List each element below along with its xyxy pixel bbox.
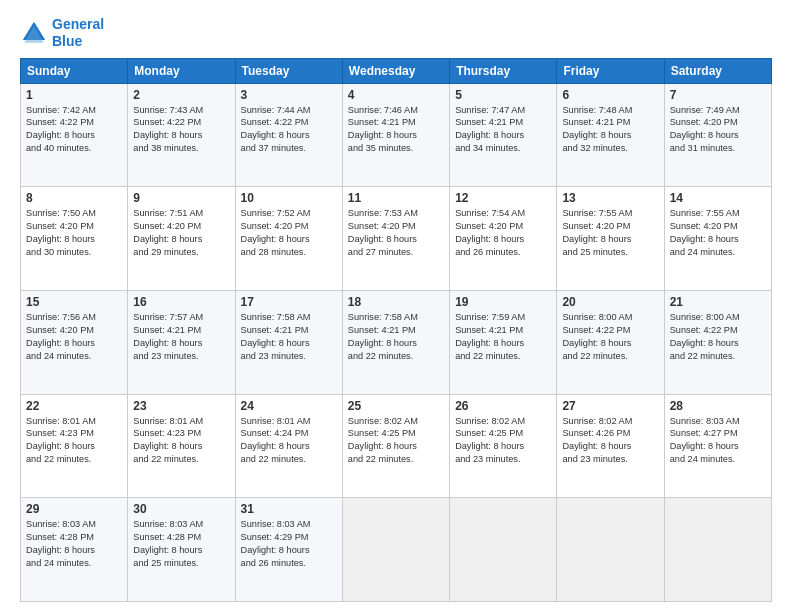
day-number: 18 bbox=[348, 295, 444, 309]
day-cell: 30Sunrise: 8:03 AM Sunset: 4:28 PM Dayli… bbox=[128, 498, 235, 602]
day-number: 11 bbox=[348, 191, 444, 205]
day-info: Sunrise: 7:49 AM Sunset: 4:20 PM Dayligh… bbox=[670, 104, 766, 156]
day-number: 15 bbox=[26, 295, 122, 309]
day-cell: 8Sunrise: 7:50 AM Sunset: 4:20 PM Daylig… bbox=[21, 187, 128, 291]
day-info: Sunrise: 7:47 AM Sunset: 4:21 PM Dayligh… bbox=[455, 104, 551, 156]
day-info: Sunrise: 8:03 AM Sunset: 4:28 PM Dayligh… bbox=[133, 518, 229, 570]
day-cell: 13Sunrise: 7:55 AM Sunset: 4:20 PM Dayli… bbox=[557, 187, 664, 291]
day-info: Sunrise: 7:43 AM Sunset: 4:22 PM Dayligh… bbox=[133, 104, 229, 156]
day-info: Sunrise: 8:02 AM Sunset: 4:25 PM Dayligh… bbox=[348, 415, 444, 467]
day-info: Sunrise: 7:56 AM Sunset: 4:20 PM Dayligh… bbox=[26, 311, 122, 363]
day-number: 31 bbox=[241, 502, 337, 516]
day-number: 27 bbox=[562, 399, 658, 413]
week-row-2: 8Sunrise: 7:50 AM Sunset: 4:20 PM Daylig… bbox=[21, 187, 772, 291]
day-number: 10 bbox=[241, 191, 337, 205]
col-header-friday: Friday bbox=[557, 58, 664, 83]
day-cell: 18Sunrise: 7:58 AM Sunset: 4:21 PM Dayli… bbox=[342, 290, 449, 394]
day-cell bbox=[342, 498, 449, 602]
day-number: 12 bbox=[455, 191, 551, 205]
day-info: Sunrise: 8:01 AM Sunset: 4:23 PM Dayligh… bbox=[133, 415, 229, 467]
day-info: Sunrise: 7:55 AM Sunset: 4:20 PM Dayligh… bbox=[562, 207, 658, 259]
day-info: Sunrise: 7:53 AM Sunset: 4:20 PM Dayligh… bbox=[348, 207, 444, 259]
day-number: 21 bbox=[670, 295, 766, 309]
day-number: 17 bbox=[241, 295, 337, 309]
week-row-4: 22Sunrise: 8:01 AM Sunset: 4:23 PM Dayli… bbox=[21, 394, 772, 498]
day-cell: 7Sunrise: 7:49 AM Sunset: 4:20 PM Daylig… bbox=[664, 83, 771, 187]
day-info: Sunrise: 7:52 AM Sunset: 4:20 PM Dayligh… bbox=[241, 207, 337, 259]
page: General Blue SundayMondayTuesdayWednesda… bbox=[0, 0, 792, 612]
day-number: 29 bbox=[26, 502, 122, 516]
day-info: Sunrise: 8:00 AM Sunset: 4:22 PM Dayligh… bbox=[670, 311, 766, 363]
day-info: Sunrise: 7:51 AM Sunset: 4:20 PM Dayligh… bbox=[133, 207, 229, 259]
day-cell: 23Sunrise: 8:01 AM Sunset: 4:23 PM Dayli… bbox=[128, 394, 235, 498]
day-number: 5 bbox=[455, 88, 551, 102]
week-row-5: 29Sunrise: 8:03 AM Sunset: 4:28 PM Dayli… bbox=[21, 498, 772, 602]
day-number: 8 bbox=[26, 191, 122, 205]
week-row-1: 1Sunrise: 7:42 AM Sunset: 4:22 PM Daylig… bbox=[21, 83, 772, 187]
day-info: Sunrise: 7:50 AM Sunset: 4:20 PM Dayligh… bbox=[26, 207, 122, 259]
day-number: 2 bbox=[133, 88, 229, 102]
day-number: 28 bbox=[670, 399, 766, 413]
day-number: 3 bbox=[241, 88, 337, 102]
day-cell: 2Sunrise: 7:43 AM Sunset: 4:22 PM Daylig… bbox=[128, 83, 235, 187]
day-cell: 29Sunrise: 8:03 AM Sunset: 4:28 PM Dayli… bbox=[21, 498, 128, 602]
day-info: Sunrise: 7:48 AM Sunset: 4:21 PM Dayligh… bbox=[562, 104, 658, 156]
day-cell: 6Sunrise: 7:48 AM Sunset: 4:21 PM Daylig… bbox=[557, 83, 664, 187]
day-cell: 25Sunrise: 8:02 AM Sunset: 4:25 PM Dayli… bbox=[342, 394, 449, 498]
day-number: 30 bbox=[133, 502, 229, 516]
day-cell: 3Sunrise: 7:44 AM Sunset: 4:22 PM Daylig… bbox=[235, 83, 342, 187]
day-number: 23 bbox=[133, 399, 229, 413]
day-cell: 14Sunrise: 7:55 AM Sunset: 4:20 PM Dayli… bbox=[664, 187, 771, 291]
day-number: 9 bbox=[133, 191, 229, 205]
day-cell: 11Sunrise: 7:53 AM Sunset: 4:20 PM Dayli… bbox=[342, 187, 449, 291]
day-info: Sunrise: 7:44 AM Sunset: 4:22 PM Dayligh… bbox=[241, 104, 337, 156]
day-info: Sunrise: 8:02 AM Sunset: 4:26 PM Dayligh… bbox=[562, 415, 658, 467]
day-cell: 22Sunrise: 8:01 AM Sunset: 4:23 PM Dayli… bbox=[21, 394, 128, 498]
day-cell bbox=[664, 498, 771, 602]
day-info: Sunrise: 7:42 AM Sunset: 4:22 PM Dayligh… bbox=[26, 104, 122, 156]
day-cell: 26Sunrise: 8:02 AM Sunset: 4:25 PM Dayli… bbox=[450, 394, 557, 498]
day-info: Sunrise: 8:02 AM Sunset: 4:25 PM Dayligh… bbox=[455, 415, 551, 467]
day-info: Sunrise: 8:01 AM Sunset: 4:23 PM Dayligh… bbox=[26, 415, 122, 467]
logo-icon bbox=[20, 19, 48, 47]
col-header-monday: Monday bbox=[128, 58, 235, 83]
day-info: Sunrise: 8:03 AM Sunset: 4:29 PM Dayligh… bbox=[241, 518, 337, 570]
day-cell: 28Sunrise: 8:03 AM Sunset: 4:27 PM Dayli… bbox=[664, 394, 771, 498]
calendar: SundayMondayTuesdayWednesdayThursdayFrid… bbox=[20, 58, 772, 602]
day-cell: 1Sunrise: 7:42 AM Sunset: 4:22 PM Daylig… bbox=[21, 83, 128, 187]
day-info: Sunrise: 7:58 AM Sunset: 4:21 PM Dayligh… bbox=[348, 311, 444, 363]
header-row: SundayMondayTuesdayWednesdayThursdayFrid… bbox=[21, 58, 772, 83]
day-cell: 9Sunrise: 7:51 AM Sunset: 4:20 PM Daylig… bbox=[128, 187, 235, 291]
col-header-tuesday: Tuesday bbox=[235, 58, 342, 83]
day-cell: 20Sunrise: 8:00 AM Sunset: 4:22 PM Dayli… bbox=[557, 290, 664, 394]
day-cell: 12Sunrise: 7:54 AM Sunset: 4:20 PM Dayli… bbox=[450, 187, 557, 291]
day-number: 22 bbox=[26, 399, 122, 413]
col-header-sunday: Sunday bbox=[21, 58, 128, 83]
day-number: 6 bbox=[562, 88, 658, 102]
day-cell: 17Sunrise: 7:58 AM Sunset: 4:21 PM Dayli… bbox=[235, 290, 342, 394]
day-number: 19 bbox=[455, 295, 551, 309]
day-cell: 19Sunrise: 7:59 AM Sunset: 4:21 PM Dayli… bbox=[450, 290, 557, 394]
day-number: 7 bbox=[670, 88, 766, 102]
day-cell: 27Sunrise: 8:02 AM Sunset: 4:26 PM Dayli… bbox=[557, 394, 664, 498]
day-info: Sunrise: 7:55 AM Sunset: 4:20 PM Dayligh… bbox=[670, 207, 766, 259]
day-number: 1 bbox=[26, 88, 122, 102]
day-info: Sunrise: 8:01 AM Sunset: 4:24 PM Dayligh… bbox=[241, 415, 337, 467]
day-number: 25 bbox=[348, 399, 444, 413]
day-cell: 21Sunrise: 8:00 AM Sunset: 4:22 PM Dayli… bbox=[664, 290, 771, 394]
day-cell: 31Sunrise: 8:03 AM Sunset: 4:29 PM Dayli… bbox=[235, 498, 342, 602]
day-info: Sunrise: 7:54 AM Sunset: 4:20 PM Dayligh… bbox=[455, 207, 551, 259]
day-cell: 15Sunrise: 7:56 AM Sunset: 4:20 PM Dayli… bbox=[21, 290, 128, 394]
day-number: 14 bbox=[670, 191, 766, 205]
day-info: Sunrise: 7:59 AM Sunset: 4:21 PM Dayligh… bbox=[455, 311, 551, 363]
day-number: 24 bbox=[241, 399, 337, 413]
col-header-thursday: Thursday bbox=[450, 58, 557, 83]
day-cell: 10Sunrise: 7:52 AM Sunset: 4:20 PM Dayli… bbox=[235, 187, 342, 291]
day-number: 20 bbox=[562, 295, 658, 309]
day-cell bbox=[450, 498, 557, 602]
day-cell: 5Sunrise: 7:47 AM Sunset: 4:21 PM Daylig… bbox=[450, 83, 557, 187]
day-cell: 4Sunrise: 7:46 AM Sunset: 4:21 PM Daylig… bbox=[342, 83, 449, 187]
header: General Blue bbox=[20, 16, 772, 50]
col-header-wednesday: Wednesday bbox=[342, 58, 449, 83]
day-info: Sunrise: 8:03 AM Sunset: 4:28 PM Dayligh… bbox=[26, 518, 122, 570]
